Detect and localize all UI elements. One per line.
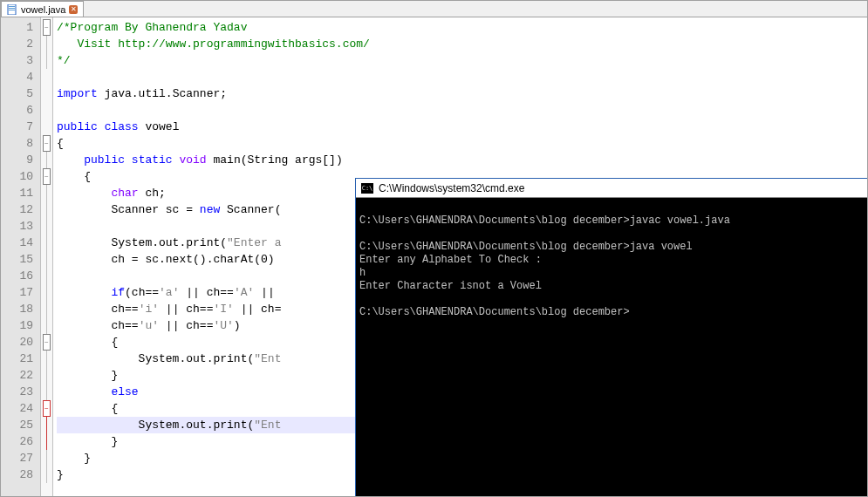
- fold-marker: [41, 218, 52, 235]
- code-line[interactable]: public class vowel: [57, 119, 867, 135]
- line-number: 21: [1, 351, 40, 367]
- line-number: 16: [1, 268, 40, 284]
- code-line[interactable]: Visit http://www.programmingwithbasics.c…: [57, 36, 867, 52]
- close-tab-icon[interactable]: ✕: [69, 5, 78, 14]
- line-number: 9: [1, 152, 40, 168]
- code-line[interactable]: [57, 102, 867, 119]
- line-number: 23: [1, 384, 40, 400]
- fold-marker[interactable]: −: [41, 334, 52, 351]
- svg-rect-3: [9, 10, 15, 10]
- fold-marker: [41, 102, 52, 119]
- fold-marker: [41, 85, 52, 102]
- line-number: 1: [1, 19, 40, 36]
- line-number: 24: [1, 400, 40, 417]
- cmd-icon: C:\: [361, 183, 373, 194]
- fold-marker: [41, 284, 52, 301]
- fold-marker: [41, 317, 52, 334]
- svg-rect-1: [9, 6, 15, 7]
- fold-marker: [41, 251, 52, 268]
- fold-marker: [41, 301, 52, 317]
- fold-marker: [41, 466, 52, 483]
- line-number: 25: [1, 417, 40, 433]
- cmd-title-text: C:\Windows\system32\cmd.exe: [379, 182, 524, 194]
- svg-rect-2: [9, 8, 15, 9]
- line-number: 18: [1, 301, 40, 317]
- line-number: 7: [1, 119, 40, 135]
- code-line[interactable]: [57, 69, 867, 85]
- fold-marker: [41, 52, 52, 69]
- code-line[interactable]: import java.util.Scanner;: [57, 85, 867, 102]
- code-line[interactable]: {: [57, 135, 867, 152]
- line-number: 8: [1, 135, 40, 152]
- line-number: 12: [1, 201, 40, 218]
- fold-marker: [41, 367, 52, 384]
- fold-marker: [41, 433, 52, 450]
- line-number-gutter: 1234567891011121314151617181920212223242…: [1, 17, 41, 496]
- tab-filename: vowel.java: [21, 4, 65, 15]
- line-number: 13: [1, 218, 40, 235]
- line-number: 4: [1, 69, 40, 85]
- fold-marker[interactable]: −: [41, 400, 52, 417]
- fold-marker: [41, 36, 52, 52]
- fold-marker: [41, 69, 52, 85]
- fold-marker: [41, 152, 52, 168]
- line-number: 6: [1, 102, 40, 119]
- line-number: 22: [1, 367, 40, 384]
- code-line[interactable]: /*Program By Ghanendra Yadav: [57, 19, 867, 36]
- cmd-titlebar[interactable]: C:\ C:\Windows\system32\cmd.exe: [356, 179, 867, 198]
- fold-marker[interactable]: −: [41, 19, 52, 36]
- fold-marker: [41, 201, 52, 218]
- line-number: 3: [1, 52, 40, 69]
- line-number: 19: [1, 317, 40, 334]
- line-number: 17: [1, 284, 40, 301]
- fold-marker[interactable]: −: [41, 135, 52, 152]
- line-number: 10: [1, 168, 40, 185]
- fold-column[interactable]: −−−−−: [41, 17, 53, 496]
- line-number: 15: [1, 251, 40, 268]
- line-number: 27: [1, 450, 40, 466]
- cmd-window[interactable]: C:\ C:\Windows\system32\cmd.exe C:\Users…: [355, 178, 868, 497]
- fold-marker: [41, 450, 52, 466]
- file-tab[interactable]: vowel.java ✕: [1, 1, 84, 17]
- file-icon: [7, 4, 17, 15]
- cmd-output: C:\Users\GHANENDRA\Documents\blog decemb…: [356, 198, 867, 496]
- fold-marker: [41, 268, 52, 284]
- line-number: 11: [1, 185, 40, 201]
- line-number: 5: [1, 85, 40, 102]
- fold-marker: [41, 417, 52, 433]
- fold-marker: [41, 235, 52, 251]
- line-number: 14: [1, 235, 40, 251]
- line-number: 28: [1, 466, 40, 483]
- code-line[interactable]: public static void main(String args[]): [57, 152, 867, 168]
- fold-marker: [41, 384, 52, 400]
- line-number: 2: [1, 36, 40, 52]
- line-number: 20: [1, 334, 40, 351]
- fold-marker: [41, 119, 52, 135]
- line-number: 26: [1, 433, 40, 450]
- fold-marker: [41, 185, 52, 201]
- tab-bar: vowel.java ✕: [1, 1, 867, 17]
- fold-marker: [41, 351, 52, 367]
- code-line[interactable]: */: [57, 52, 867, 69]
- fold-marker[interactable]: −: [41, 168, 52, 185]
